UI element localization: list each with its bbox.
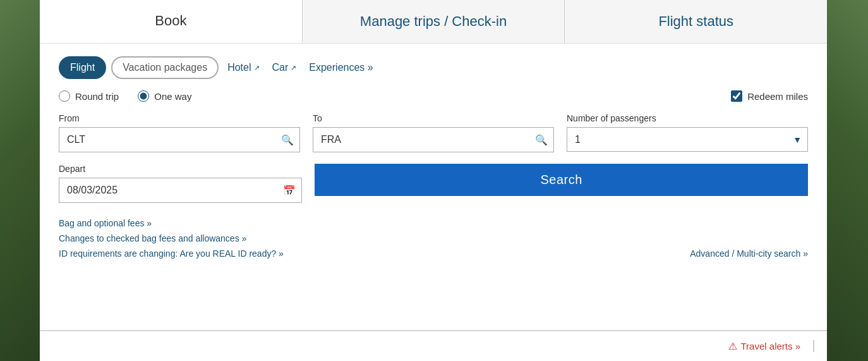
passengers-label: Number of passengers [567, 113, 808, 123]
search-icon: 🔍 [535, 134, 548, 146]
main-content: Book Manage trips / Check-in Flight stat… [40, 0, 827, 361]
depart-label: Depart [59, 164, 302, 174]
external-icon: ↗ [254, 64, 260, 72]
footer-row: Bag and optional fees » Changes to check… [59, 216, 808, 259]
depart-input[interactable] [59, 178, 302, 203]
depart-search-row: Depart 📅 Search [59, 164, 808, 203]
side-image-right [827, 0, 868, 361]
calendar-icon: 📅 [283, 185, 296, 197]
passengers-select[interactable]: 1 2 3 4 5 6 7 8 9 [567, 127, 808, 152]
redeem-miles-checkbox[interactable] [731, 90, 742, 102]
one-way-radio[interactable] [138, 90, 149, 102]
redeem-miles-option[interactable]: Redeem miles [731, 90, 808, 102]
vacation-packages-button[interactable]: Vacation packages [111, 56, 219, 79]
to-label: To [313, 113, 554, 123]
experiences-link[interactable]: Experiences » [305, 59, 377, 76]
to-group: To 🔍 [313, 113, 554, 152]
external-icon: ↗ [291, 64, 296, 72]
round-trip-option[interactable]: Round trip [59, 90, 119, 102]
depart-group: Depart 📅 [59, 164, 302, 203]
tab-manage-trips[interactable]: Manage trips / Check-in [303, 0, 565, 43]
trip-type-row: Round trip One way Redeem miles [59, 90, 808, 102]
passengers-select-wrapper: 1 2 3 4 5 6 7 8 9 ▼ [567, 127, 808, 152]
car-link[interactable]: Car ↗ [268, 59, 301, 76]
alert-icon: ⚠ [728, 340, 737, 352]
depart-input-wrapper: 📅 [59, 178, 302, 203]
hotel-link[interactable]: Hotel ↗ [224, 59, 263, 76]
flight-button[interactable]: Flight [59, 56, 106, 79]
travel-alerts-link[interactable]: ⚠ Travel alerts » [728, 340, 814, 352]
from-to-passengers-row: From 🔍 To 🔍 Number of passengers [59, 113, 808, 152]
top-navigation: Book Manage trips / Check-in Flight stat… [40, 0, 827, 44]
passengers-group: Number of passengers 1 2 3 4 5 6 7 8 9 [567, 113, 808, 152]
tab-book[interactable]: Book [40, 0, 303, 43]
from-label: From [59, 113, 300, 123]
bag-fees-link[interactable]: Bag and optional fees » [59, 218, 284, 228]
search-button[interactable]: Search [315, 164, 808, 196]
round-trip-radio[interactable] [59, 90, 70, 102]
to-input-wrapper: 🔍 [313, 127, 554, 152]
real-id-link[interactable]: ID requirements are changing: Are you RE… [59, 248, 284, 259]
booking-area: Flight Vacation packages Hotel ↗ Car ↗ E… [40, 44, 827, 330]
from-input[interactable] [59, 127, 300, 152]
footer-links: Bag and optional fees » Changes to check… [59, 218, 284, 259]
advanced-search-link[interactable]: Advanced / Multi-city search » [690, 248, 808, 259]
checked-bag-link[interactable]: Changes to checked bag fees and allowanc… [59, 233, 284, 243]
sub-navigation: Flight Vacation packages Hotel ↗ Car ↗ E… [59, 56, 808, 79]
from-group: From 🔍 [59, 113, 300, 152]
travel-alerts-bar: ⚠ Travel alerts » [40, 331, 827, 361]
one-way-option[interactable]: One way [138, 90, 191, 102]
side-image-left [0, 0, 40, 361]
search-icon: 🔍 [281, 134, 294, 146]
from-input-wrapper: 🔍 [59, 127, 300, 152]
search-button-group: Search [315, 164, 808, 196]
to-input[interactable] [313, 127, 554, 152]
tab-flight-status[interactable]: Flight status [565, 0, 827, 43]
